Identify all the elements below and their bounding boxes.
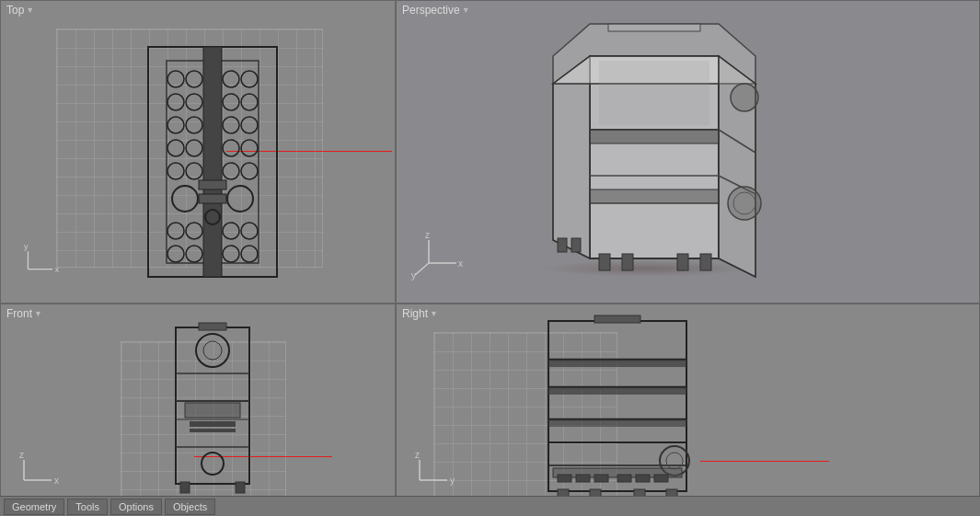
svg-text:y: y <box>411 270 416 281</box>
svg-rect-60 <box>558 238 567 252</box>
svg-text:x: x <box>54 476 59 486</box>
svg-point-20 <box>186 163 202 179</box>
svg-rect-81 <box>190 421 236 427</box>
objects-tab-label: Objects <box>173 501 207 512</box>
perspective-dropdown-arrow[interactable]: ▼ <box>462 6 470 15</box>
svg-point-28 <box>241 223 258 239</box>
svg-point-97 <box>666 453 683 469</box>
svg-rect-107 <box>617 475 631 482</box>
viewport-top[interactable]: Top ▼ <box>0 0 396 304</box>
svg-rect-61 <box>571 238 581 252</box>
svg-rect-56 <box>599 254 610 270</box>
perspective-view-label[interactable]: Perspective ▼ <box>402 4 470 17</box>
front-view-label[interactable]: Front ▼ <box>6 307 42 320</box>
svg-rect-80 <box>236 482 245 493</box>
bottom-toolbar: Geometry Tools Options Objects <box>0 496 980 516</box>
svg-point-7 <box>167 94 184 110</box>
top-label-text: Top <box>6 4 24 17</box>
svg-rect-94 <box>548 387 686 395</box>
svg-rect-62 <box>608 24 700 31</box>
svg-point-9 <box>223 94 239 110</box>
svg-point-11 <box>167 117 184 133</box>
front-label-text: Front <box>6 307 32 320</box>
viewport-right[interactable]: Right ▼ <box>396 304 980 516</box>
svg-rect-82 <box>190 429 236 432</box>
svg-rect-33 <box>199 180 226 189</box>
viewport-grid: Top ▼ <box>0 0 980 516</box>
svg-marker-42 <box>553 56 590 258</box>
svg-rect-59 <box>700 254 711 270</box>
top-view-object <box>121 38 305 286</box>
svg-rect-57 <box>622 254 633 270</box>
svg-point-19 <box>167 163 184 179</box>
top-dropdown-arrow[interactable]: ▼ <box>26 6 34 15</box>
svg-point-5 <box>223 71 239 87</box>
svg-point-74 <box>196 334 229 367</box>
viewport-perspective[interactable]: Perspective ▼ <box>396 0 980 304</box>
tools-tab[interactable]: Tools <box>67 499 108 515</box>
svg-rect-109 <box>654 475 668 482</box>
svg-point-27 <box>223 223 239 239</box>
svg-point-23 <box>172 186 198 212</box>
svg-point-76 <box>202 453 224 475</box>
svg-point-31 <box>223 246 239 262</box>
svg-point-4 <box>186 71 202 87</box>
geometry-tab[interactable]: Geometry <box>4 499 64 515</box>
svg-rect-78 <box>199 323 226 330</box>
svg-point-8 <box>186 94 202 110</box>
svg-point-22 <box>241 163 258 179</box>
svg-rect-93 <box>548 360 686 367</box>
svg-text:z: z <box>19 453 24 460</box>
svg-text:x: x <box>55 265 60 274</box>
options-tab-label: Options <box>119 501 154 512</box>
svg-rect-55 <box>599 61 709 125</box>
front-dropdown-arrow[interactable]: ▼ <box>34 309 42 318</box>
right-axis: y z <box>410 453 461 497</box>
front-axis: x z <box>15 453 65 497</box>
svg-text:z: z <box>415 453 420 460</box>
tools-tab-label: Tools <box>75 501 99 512</box>
svg-rect-108 <box>636 475 650 482</box>
svg-rect-95 <box>548 419 686 427</box>
svg-point-21 <box>223 163 239 179</box>
perspective-label-text: Perspective <box>402 4 460 17</box>
right-label-text: Right <box>402 307 428 320</box>
svg-point-30 <box>186 246 202 262</box>
svg-point-10 <box>241 94 258 110</box>
svg-point-26 <box>186 223 202 239</box>
svg-point-15 <box>167 140 184 156</box>
svg-point-17 <box>223 140 239 156</box>
right-red-line <box>700 461 829 462</box>
perspective-axis: x z y <box>410 231 466 284</box>
svg-point-75 <box>203 341 222 360</box>
svg-text:z: z <box>425 231 430 240</box>
right-dropdown-arrow[interactable]: ▼ <box>430 309 438 318</box>
svg-point-54 <box>731 84 758 111</box>
svg-rect-50 <box>590 130 719 143</box>
viewport-front[interactable]: Front ▼ <box>0 304 396 516</box>
svg-point-52 <box>728 187 761 220</box>
svg-point-25 <box>167 223 184 239</box>
svg-rect-2 <box>203 47 222 277</box>
svg-rect-34 <box>199 194 226 203</box>
options-tab[interactable]: Options <box>110 499 162 515</box>
svg-text:x: x <box>458 258 463 269</box>
svg-point-18 <box>241 140 258 156</box>
top-axis: x y <box>19 245 65 284</box>
svg-point-29 <box>167 246 184 262</box>
svg-point-12 <box>186 117 202 133</box>
svg-point-24 <box>227 186 253 212</box>
svg-rect-106 <box>594 475 608 482</box>
svg-line-65 <box>415 263 429 275</box>
svg-rect-104 <box>558 475 571 482</box>
svg-point-13 <box>223 117 239 133</box>
svg-rect-58 <box>677 254 688 270</box>
svg-text:y: y <box>450 476 455 486</box>
right-view-label[interactable]: Right ▼ <box>402 307 438 320</box>
svg-point-32 <box>241 246 258 262</box>
objects-tab[interactable]: Objects <box>165 499 215 515</box>
svg-rect-79 <box>180 482 190 493</box>
right-view-object <box>525 314 709 507</box>
top-view-label[interactable]: Top ▼ <box>6 4 34 17</box>
svg-point-14 <box>241 117 258 133</box>
